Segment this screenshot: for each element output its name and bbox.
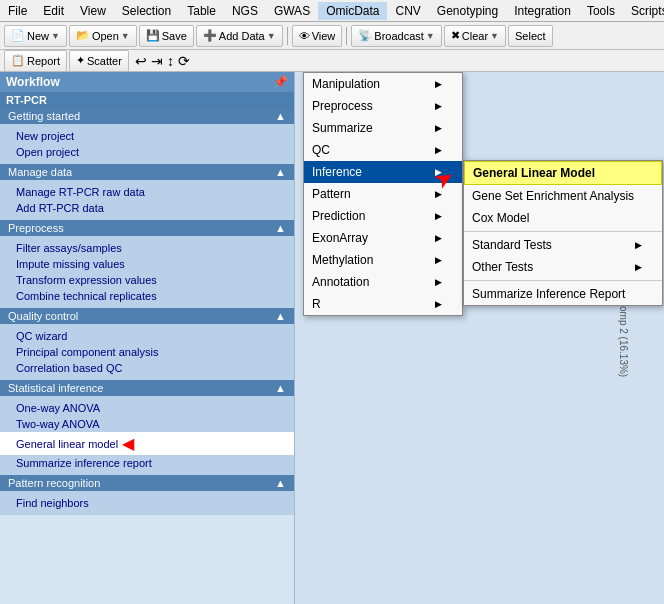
sidebar-item-impute[interactable]: Impute missing values [0,256,294,272]
submenu-cox-model[interactable]: Cox Model [464,207,662,229]
add-data-arrow-icon: ▼ [267,31,276,41]
open-button[interactable]: 📂 Open ▼ [69,25,137,47]
submenu-summarize-inference[interactable]: Summarize Inference Report [464,283,662,305]
dropdown-container: Manipulation ▶ Preprocess ▶ Summarize ▶ … [295,72,664,604]
section-getting-started: Getting started ▲ New project Open proje… [0,108,294,164]
inference-submenu: General Linear Model Gene Set Enrichment… [463,160,663,306]
clear-arrow-icon: ▼ [490,31,499,41]
submenu-other-tests[interactable]: Other Tests ▶ [464,256,662,278]
menu-manipulation[interactable]: Manipulation ▶ [304,73,462,95]
menu-ngs[interactable]: NGS [224,2,266,20]
submenu-arrow-icon-5: ▶ [435,167,442,177]
menu-file[interactable]: File [0,2,35,20]
sidebar-item-filter[interactable]: Filter assays/samples [0,240,294,256]
sidebar-pin-icon[interactable]: 📌 [273,75,288,89]
section-pattern-recognition-header[interactable]: Pattern recognition ▲ [0,475,294,491]
save-button[interactable]: 💾 Save [139,25,194,47]
submenu-arrow-icon-11: ▶ [435,299,442,309]
open-arrow-icon: ▼ [121,31,130,41]
section-manage-data-header[interactable]: Manage data ▲ [0,164,294,180]
section-getting-started-header[interactable]: Getting started ▲ [0,108,294,124]
section-getting-started-label: Getting started [8,110,80,122]
toolbar2: 📋 Report ✦ Scatter ↩ ⇥ ↕ ⟳ [0,50,664,72]
toolbar2-icon2: ⇥ [151,53,163,69]
scatter-icon: ✦ [76,54,85,67]
omicdata-menu: Manipulation ▶ Preprocess ▶ Summarize ▶ … [303,72,463,316]
sidebar-item-oneway-anova[interactable]: One-way ANOVA [0,400,294,416]
add-data-button[interactable]: ➕ Add Data ▼ [196,25,283,47]
section-pattern-recognition: Pattern recognition ▲ Find neighbors [0,475,294,515]
section-manage-data-content: Manage RT-PCR raw data Add RT-PCR data [0,180,294,220]
broadcast-arrow-icon: ▼ [426,31,435,41]
submenu-arrow-icon-2: ▶ [435,101,442,111]
menu-preprocess[interactable]: Preprocess ▶ [304,95,462,117]
select-button[interactable]: Select [508,25,553,47]
menu-prediction[interactable]: Prediction ▶ [304,205,462,227]
sidebar: Workflow 📌 RT-PCR Getting started ▲ New … [0,72,295,604]
sidebar-item-find-neighbors[interactable]: Find neighbors [0,495,294,511]
menu-pattern[interactable]: Pattern ▶ [304,183,462,205]
view-icon: 👁 [299,30,310,42]
menu-table[interactable]: Table [179,2,224,20]
submenu-sep-1 [464,231,662,232]
sidebar-item-pca[interactable]: Principal component analysis [0,344,294,360]
menu-omicdata[interactable]: OmicData [318,2,387,20]
sidebar-item-add-rtpcr[interactable]: Add RT-PCR data [0,200,294,216]
submenu-arrow-icon-4: ▶ [435,145,442,155]
clear-icon: ✖ [451,29,460,42]
menu-gwas[interactable]: GWAS [266,2,318,20]
menu-inference[interactable]: Inference ▶ [304,161,462,183]
section-statistical-inference-header[interactable]: Statistical inference ▲ [0,380,294,396]
sidebar-item-new-project[interactable]: New project [0,128,294,144]
section-preprocess-header[interactable]: Preprocess ▲ [0,220,294,236]
new-button[interactable]: 📄 New ▼ [4,25,67,47]
sidebar-item-twoway-anova[interactable]: Two-way ANOVA [0,416,294,432]
report-button[interactable]: 📋 Report [4,50,67,72]
menu-selection[interactable]: Selection [114,2,179,20]
clear-button[interactable]: ✖ Clear ▼ [444,25,506,47]
section-collapse-icon-2: ▲ [275,166,286,178]
submenu-gene-set-enrichment[interactable]: Gene Set Enrichment Analysis [464,185,662,207]
submenu-arrow-icon-8: ▶ [435,233,442,243]
submenu-arrow-icon: ▶ [435,79,442,89]
add-data-icon: ➕ [203,29,217,42]
menu-tools[interactable]: Tools [579,2,623,20]
section-quality-control-header[interactable]: Quality control ▲ [0,308,294,324]
section-quality-control-label: Quality control [8,310,78,322]
sidebar-item-general-linear[interactable]: General linear model ◀ [0,432,294,455]
menu-integration[interactable]: Integration [506,2,579,20]
submenu-standard-tests[interactable]: Standard Tests ▶ [464,234,662,256]
section-collapse-icon: ▲ [275,110,286,122]
menu-qc[interactable]: QC ▶ [304,139,462,161]
toolbar2-icon3: ↕ [167,53,174,69]
menu-methylation[interactable]: Methylation ▶ [304,249,462,271]
sidebar-item-summarize-inference[interactable]: Summarize inference report [0,455,294,471]
menu-genotyping[interactable]: Genotyping [429,2,506,20]
menu-cnv[interactable]: CNV [387,2,428,20]
submenu-general-linear-model[interactable]: General Linear Model [464,161,662,185]
save-icon: 💾 [146,29,160,42]
sidebar-item-manage-rtpcr[interactable]: Manage RT-PCR raw data [0,184,294,200]
sidebar-item-transform[interactable]: Transform expression values [0,272,294,288]
sidebar-subtitle: RT-PCR [0,92,294,108]
menu-summarize[interactable]: Summarize ▶ [304,117,462,139]
sidebar-title-text: Workflow [6,75,60,89]
toolbar-separator-1 [287,27,288,45]
menu-view[interactable]: View [72,2,114,20]
menu-scripts[interactable]: Scripts [623,2,664,20]
broadcast-button[interactable]: 📡 Broadcast ▼ [351,25,441,47]
sidebar-item-open-project[interactable]: Open project [0,144,294,160]
scatter-button[interactable]: ✦ Scatter [69,50,129,72]
toolbar: 📄 New ▼ 📂 Open ▼ 💾 Save ➕ Add Data ▼ 👁 V… [0,22,664,50]
sidebar-item-combine[interactable]: Combine technical replicates [0,288,294,304]
sidebar-item-correlation[interactable]: Correlation based QC [0,360,294,376]
menu-annotation[interactable]: Annotation ▶ [304,271,462,293]
report-icon: 📋 [11,54,25,67]
menu-exonarray[interactable]: ExonArray ▶ [304,227,462,249]
menu-edit[interactable]: Edit [35,2,72,20]
section-preprocess: Preprocess ▲ Filter assays/samples Imput… [0,220,294,308]
submenu-other-arrow-icon: ▶ [635,262,642,272]
sidebar-item-qc-wizard[interactable]: QC wizard [0,328,294,344]
view-button[interactable]: 👁 View [292,25,343,47]
menu-r[interactable]: R ▶ [304,293,462,315]
